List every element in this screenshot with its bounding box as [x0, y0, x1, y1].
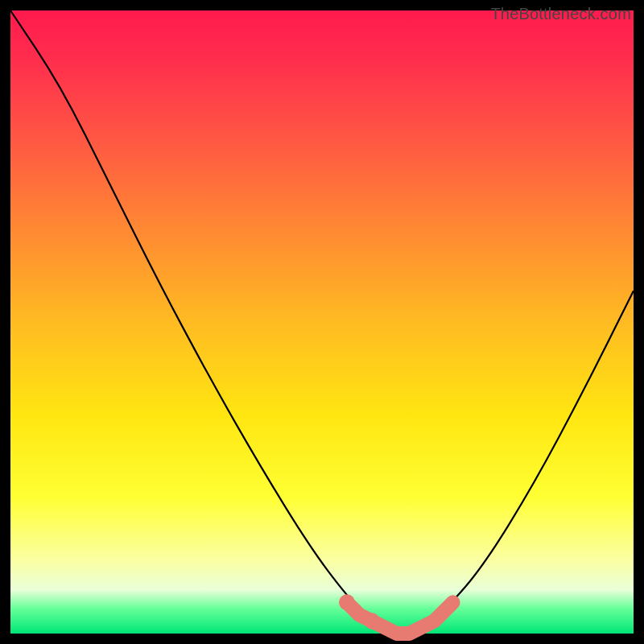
- chart-plot-area: [10, 10, 634, 634]
- minimum-highlight: [347, 602, 453, 634]
- watermark-text: TheBottleneck.com: [490, 5, 631, 23]
- bottleneck-curve: [10, 10, 634, 631]
- highlight-dot: [364, 613, 380, 630]
- highlight-dot: [339, 594, 355, 610]
- chart-svg: [10, 10, 634, 634]
